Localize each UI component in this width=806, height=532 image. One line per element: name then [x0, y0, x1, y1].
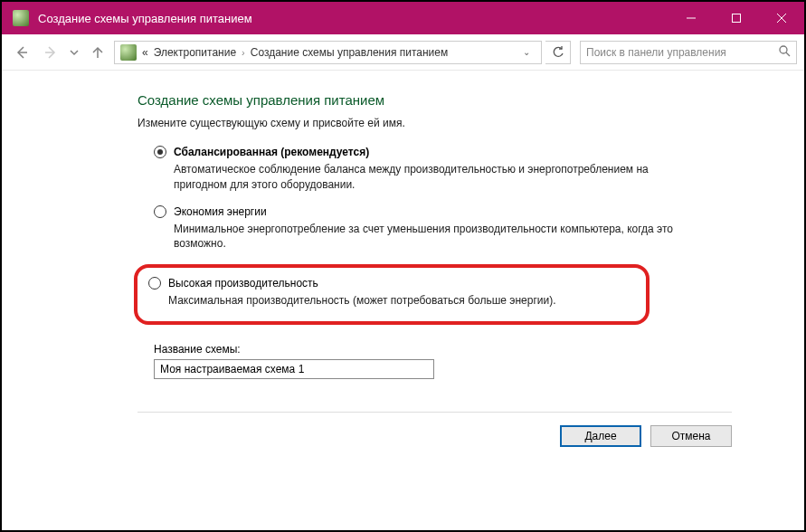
chevron-down-icon: [70, 48, 79, 57]
window-frame: Создание схемы управления питанием: [0, 0, 806, 532]
nav-forward-button[interactable]: [38, 40, 63, 65]
search-input[interactable]: Поиск в панели управления: [580, 41, 797, 64]
option-desc: Автоматическое соблюдение баланса между …: [174, 162, 689, 193]
minimize-icon: [686, 13, 697, 24]
minimize-button[interactable]: [669, 2, 714, 34]
cancel-button[interactable]: Отмена: [650, 425, 732, 447]
app-icon: [13, 10, 29, 26]
window-title: Создание схемы управления питанием: [38, 12, 669, 25]
close-icon: [776, 13, 787, 24]
nav-back-button[interactable]: [9, 40, 34, 65]
maximize-icon: [731, 13, 742, 24]
option-label[interactable]: Высокая производительность: [168, 277, 318, 290]
svg-rect-1: [733, 14, 741, 23]
control-panel-icon: [120, 44, 137, 61]
option-label[interactable]: Экономия энергии: [174, 205, 267, 218]
chevron-right-icon: ›: [242, 47, 245, 58]
breadcrumb-dropdown[interactable]: ⌄: [517, 47, 536, 57]
breadcrumb-prefix: «: [142, 46, 148, 59]
content-area: Создание схемы управления питанием Измен…: [2, 71, 804, 530]
svg-line-8: [786, 52, 790, 56]
option-desc: Максимальная производительность (может п…: [168, 293, 635, 309]
power-plan-option-balanced: Сбалансированная (рекомендуется) Автомат…: [154, 146, 732, 193]
arrow-up-icon: [90, 45, 105, 60]
radio-saver[interactable]: [154, 205, 166, 218]
divider: [137, 412, 732, 413]
plan-name-input[interactable]: [154, 359, 434, 379]
power-plan-option-saver: Экономия энергии Минимальное энергопотре…: [154, 205, 732, 252]
svg-point-7: [780, 46, 787, 53]
navbar: « Электропитание › Создание схемы управл…: [2, 34, 804, 71]
maximize-button[interactable]: [714, 2, 759, 34]
plan-name-label: Название схемы:: [154, 343, 732, 356]
arrow-left-icon: [14, 45, 29, 60]
next-button[interactable]: Далее: [560, 425, 641, 447]
refresh-button[interactable]: [545, 41, 571, 64]
refresh-icon: [552, 46, 564, 59]
radio-balanced[interactable]: [154, 146, 166, 158]
breadcrumb-item-1[interactable]: Создание схемы управления питанием: [251, 46, 448, 59]
nav-up-button[interactable]: [85, 40, 110, 65]
highlight-callout: Высокая производительность Максимальная …: [134, 264, 650, 325]
breadcrumb-item-0[interactable]: Электропитание: [154, 46, 236, 59]
page-title: Создание схемы управления питанием: [137, 92, 732, 108]
search-icon: [778, 44, 791, 60]
nav-recent-button[interactable]: [67, 40, 81, 65]
plan-name-block: Название схемы:: [154, 343, 732, 379]
option-desc: Минимальное энергопотребление за счет ум…: [174, 222, 689, 252]
page-subtitle: Измените существующую схему и присвойте …: [137, 117, 732, 129]
radio-high-performance[interactable]: [148, 277, 161, 290]
breadcrumb[interactable]: « Электропитание › Создание схемы управл…: [114, 41, 542, 64]
option-label[interactable]: Сбалансированная (рекомендуется): [174, 146, 369, 158]
arrow-right-icon: [43, 45, 58, 60]
search-placeholder: Поиск в панели управления: [586, 46, 726, 59]
power-plan-option-high-performance: Высокая производительность Максимальная …: [148, 277, 635, 309]
close-button[interactable]: [759, 2, 804, 34]
titlebar: Создание схемы управления питанием: [2, 2, 804, 34]
